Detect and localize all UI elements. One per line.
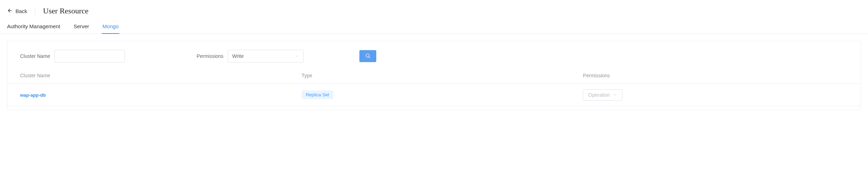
header-divider <box>35 7 35 15</box>
page-header: Back User Resource <box>0 0 868 20</box>
results-table: Cluster Name Type Permissions wap-app-db… <box>7 67 861 106</box>
search-button[interactable] <box>359 50 376 62</box>
content-panel: Cluster Name Permissions Write Cluster N… <box>7 41 861 110</box>
cluster-name-label: Cluster Name <box>20 53 50 59</box>
table-header: Cluster Name Type Permissions <box>7 67 861 84</box>
filter-permissions: Permissions Write <box>197 50 304 62</box>
back-button[interactable]: Back <box>7 8 27 14</box>
cluster-name-input[interactable] <box>55 50 125 62</box>
filter-cluster-name: Cluster Name <box>20 50 125 62</box>
arrow-left-icon <box>7 8 15 14</box>
tabs: Authority Management Server Mongo <box>0 20 868 34</box>
type-tag: Replica Set <box>302 90 333 99</box>
operation-dropdown[interactable]: Operation <box>583 89 622 101</box>
col-header-type: Type <box>302 73 583 78</box>
permissions-select-value: Write <box>232 53 244 59</box>
col-header-cluster-name: Cluster Name <box>20 73 302 78</box>
chevron-down-icon <box>613 92 617 98</box>
tab-mongo[interactable]: Mongo <box>102 20 119 34</box>
svg-line-2 <box>369 56 370 58</box>
search-icon <box>365 53 371 60</box>
chevron-down-icon <box>295 54 299 58</box>
page-title: User Resource <box>43 6 88 16</box>
operation-label: Operation <box>588 92 610 98</box>
cluster-name-link[interactable]: wap-app-db <box>20 92 46 98</box>
col-header-permissions: Permissions <box>583 73 848 78</box>
tab-server[interactable]: Server <box>74 20 89 34</box>
table-row: wap-app-db Replica Set Operation <box>7 84 861 106</box>
tab-authority-management[interactable]: Authority Management <box>7 20 60 34</box>
permissions-select[interactable]: Write <box>228 50 304 62</box>
back-label: Back <box>15 8 27 14</box>
permissions-label: Permissions <box>197 53 224 59</box>
filter-bar: Cluster Name Permissions Write <box>7 41 861 67</box>
